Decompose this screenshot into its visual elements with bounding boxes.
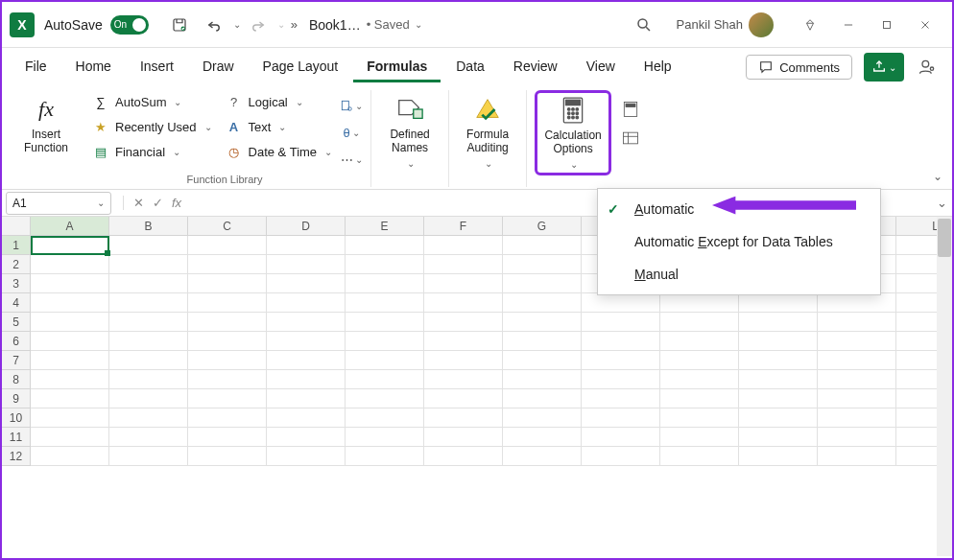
restore-icon[interactable] — [868, 8, 906, 42]
collapse-ribbon-icon[interactable]: ⌄ — [933, 170, 942, 183]
vertical-scrollbar[interactable] — [937, 217, 952, 556]
svg-point-14 — [568, 112, 571, 115]
row-header-5[interactable]: 5 — [2, 313, 31, 332]
clock-icon: ◷ — [226, 145, 243, 159]
tab-insert[interactable]: Insert — [127, 53, 187, 82]
redo-icon[interactable] — [243, 10, 274, 40]
svg-point-5 — [930, 67, 933, 70]
excel-app-icon: X — [10, 12, 35, 37]
autosum-button[interactable]: ∑AutoSum⌄ — [86, 90, 218, 113]
autosave-state: On — [114, 19, 127, 30]
cancel-formula-icon[interactable]: ✕ — [130, 196, 147, 210]
lookup-icon[interactable]: ⌄ — [340, 94, 363, 117]
recently-used-button[interactable]: ★Recently Used⌄ — [86, 115, 218, 138]
minimize-icon[interactable] — [829, 8, 868, 42]
scrollbar-thumb[interactable] — [938, 219, 951, 257]
tab-help[interactable]: Help — [631, 53, 685, 82]
undo-icon[interactable] — [199, 10, 229, 40]
svg-point-18 — [572, 116, 575, 119]
col-header-g[interactable]: G — [503, 217, 582, 236]
search-icon[interactable] — [627, 8, 661, 42]
more-functions-icon[interactable]: ⋯⌄ — [340, 148, 363, 171]
row-header-4[interactable]: 4 — [2, 293, 31, 313]
avatar[interactable] — [749, 12, 774, 37]
tab-file[interactable]: File — [12, 53, 60, 82]
comments-button[interactable]: Comments — [746, 55, 852, 80]
defined-names-button[interactable]: Defined Names⌄ — [379, 90, 441, 174]
svg-point-17 — [568, 116, 571, 119]
row-header-12[interactable]: 12 — [2, 447, 31, 466]
group-formula-auditing: Formula Auditing⌄ — [449, 90, 527, 187]
svg-point-12 — [572, 108, 575, 111]
row-header-3[interactable]: 3 — [2, 274, 31, 293]
calculate-sheet-icon[interactable] — [619, 127, 642, 150]
svg-rect-22 — [624, 132, 638, 144]
row-header-11[interactable]: 11 — [2, 428, 31, 447]
col-header-c[interactable]: C — [188, 217, 267, 236]
col-header-e[interactable]: E — [346, 217, 424, 236]
calc-option-auto-except[interactable]: Automatic Except for Data Tables — [598, 225, 880, 258]
tab-data[interactable]: Data — [442, 53, 498, 82]
col-header-d[interactable]: D — [267, 217, 346, 236]
calculator-icon — [560, 95, 585, 126]
col-header-f[interactable]: F — [424, 217, 503, 236]
annotation-arrow — [712, 194, 856, 217]
row-header-2[interactable]: 2 — [2, 255, 31, 274]
redo-chevron-icon[interactable]: ⌄ — [277, 19, 285, 30]
saved-status[interactable]: • Saved ⌄ — [367, 17, 423, 32]
tab-formulas[interactable]: Formulas — [353, 53, 441, 82]
row-header-6[interactable]: 6 — [2, 332, 31, 351]
formula-auditing-button[interactable]: Formula Auditing⌄ — [457, 90, 518, 174]
book-icon: ▤ — [92, 145, 109, 159]
select-all-corner[interactable] — [2, 217, 31, 236]
premium-icon[interactable] — [791, 8, 829, 42]
financial-button[interactable]: ▤Financial⌄ — [86, 140, 218, 163]
row-header-1[interactable]: 1 — [2, 236, 31, 255]
close-icon[interactable] — [906, 8, 944, 42]
row-header-8[interactable]: 8 — [2, 370, 31, 389]
question-icon: ? — [226, 95, 243, 109]
expand-formula-bar-icon[interactable]: ⌄ — [931, 196, 952, 210]
text-icon: A — [226, 120, 243, 134]
formula-bar-controls: ✕ ✓ fx — [123, 196, 185, 210]
share-button[interactable]: ⌄ — [864, 53, 904, 82]
insert-function-button[interactable]: fx Insert Function — [15, 90, 77, 159]
autosave-toggle[interactable]: On — [110, 15, 149, 35]
svg-point-11 — [568, 108, 571, 111]
autosave-label: AutoSave — [44, 17, 103, 33]
selected-cell[interactable] — [31, 236, 109, 255]
group-defined-names: Defined Names⌄ — [371, 90, 449, 187]
document-title[interactable]: Book1… — [309, 17, 361, 33]
fx-icon[interactable]: fx — [168, 196, 185, 210]
text-button[interactable]: AText⌄ — [220, 115, 339, 138]
enter-formula-icon[interactable]: ✓ — [149, 196, 166, 210]
name-box[interactable]: A1⌄ — [6, 192, 111, 215]
tab-draw[interactable]: Draw — [189, 53, 248, 82]
check-icon: ✓ — [608, 201, 619, 217]
row-header-10[interactable]: 10 — [2, 408, 31, 428]
presence-icon[interactable] — [912, 52, 942, 82]
tab-home[interactable]: Home — [62, 53, 125, 82]
datetime-button[interactable]: ◷Date & Time⌄ — [220, 140, 339, 163]
tab-page-layout[interactable]: Page Layout — [250, 53, 352, 82]
tab-view[interactable]: View — [573, 53, 629, 82]
undo-chevron-icon[interactable]: ⌄ — [233, 19, 241, 30]
calculate-now-icon[interactable] — [619, 98, 642, 121]
calc-option-manual[interactable]: Manual — [598, 258, 880, 291]
tab-review[interactable]: Review — [500, 53, 571, 82]
svg-rect-8 — [414, 109, 422, 118]
col-header-b[interactable]: B — [109, 217, 188, 236]
group-calculation: Calculation Options⌄ — [527, 90, 652, 187]
function-library-label: Function Library — [187, 172, 263, 187]
row-header-9[interactable]: 9 — [2, 389, 31, 408]
row-header-7[interactable]: 7 — [2, 351, 31, 370]
col-header-a[interactable]: A — [31, 217, 109, 236]
logical-button[interactable]: ?Logical⌄ — [220, 90, 339, 113]
calculation-options-button[interactable]: Calculation Options⌄ — [535, 90, 611, 175]
ribbon: fx Insert Function ∑AutoSum⌄ ★Recently U… — [2, 86, 952, 190]
math-icon[interactable]: θ⌄ — [340, 121, 363, 144]
qat-overflow-icon[interactable]: » — [291, 17, 298, 32]
user-name[interactable]: Pankil Shah — [677, 17, 743, 32]
save-icon[interactable] — [164, 10, 195, 40]
svg-rect-10 — [566, 100, 581, 105]
